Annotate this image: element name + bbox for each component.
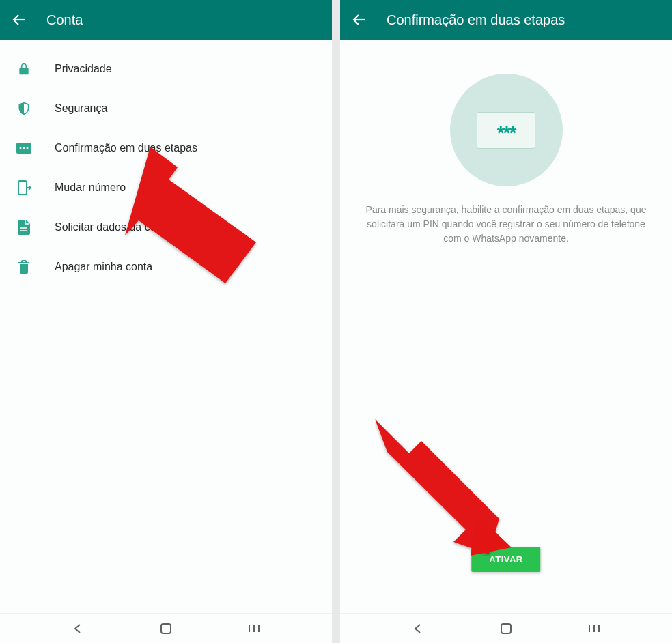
svg-point-3: [23, 147, 25, 149]
menu-item-security[interactable]: Segurança: [0, 89, 332, 128]
menu-label: Mudar número: [55, 182, 126, 194]
nav-home-icon[interactable]: [498, 620, 514, 637]
menu-label: Privacidade: [55, 63, 112, 75]
svg-rect-16: [501, 624, 511, 633]
right-phone-screen: Confirmação em duas etapas *** Para mais…: [340, 0, 672, 643]
nav-home-icon[interactable]: [158, 620, 174, 637]
pin-icon: [16, 141, 31, 156]
android-nav-bar: [340, 613, 672, 643]
header-title: Conta: [46, 12, 83, 28]
svg-point-4: [27, 147, 29, 149]
activate-button[interactable]: ATIVAR: [471, 547, 540, 572]
nav-recent-icon[interactable]: [246, 620, 262, 637]
menu-item-two-step[interactable]: Confirmação em duas etapas: [0, 128, 332, 168]
menu-label: Confirmação em duas etapas: [55, 142, 197, 154]
nav-recent-icon[interactable]: [586, 620, 602, 637]
pin-stars: ***: [497, 124, 516, 143]
trash-icon: [16, 259, 31, 274]
menu-item-privacy[interactable]: Privacidade: [0, 49, 332, 89]
back-icon[interactable]: [11, 12, 27, 28]
svg-rect-5: [18, 181, 27, 195]
lock-icon: [16, 61, 31, 76]
document-icon: [16, 220, 31, 235]
back-icon[interactable]: [351, 12, 367, 28]
left-phone-screen: Conta Privacidade Segurança: [0, 0, 332, 643]
menu-item-delete-account[interactable]: Apagar minha conta: [0, 247, 332, 287]
menu-item-change-number[interactable]: Mudar número: [0, 168, 332, 208]
shield-icon: [16, 101, 31, 116]
android-nav-bar: [0, 613, 332, 643]
phone-swap-icon: [16, 180, 31, 195]
menu-label: Segurança: [55, 102, 107, 115]
svg-marker-14: [375, 419, 499, 554]
menu-label: Solicitar dados da conta: [55, 221, 171, 233]
menu-item-request-data[interactable]: Solicitar dados da conta: [0, 208, 332, 247]
pin-illustration: ***: [450, 74, 563, 186]
header-bar: Conta: [0, 0, 332, 40]
menu-label: Apagar minha conta: [55, 261, 152, 273]
svg-point-2: [20, 147, 22, 149]
description-text: Para mais segurança, habilite a confirma…: [363, 203, 649, 246]
annotation-arrow-2: [375, 419, 512, 556]
header-title: Confirmação em duas etapas: [387, 12, 565, 28]
nav-back-icon[interactable]: [410, 620, 426, 637]
svg-rect-9: [161, 624, 171, 633]
menu-list: Privacidade Segurança Confirmação em: [0, 40, 332, 296]
pin-box: ***: [477, 112, 535, 149]
nav-back-icon[interactable]: [70, 620, 86, 637]
content-area: *** Para mais segurança, habilite a conf…: [340, 40, 672, 613]
header-bar: Confirmação em duas etapas: [340, 0, 672, 40]
